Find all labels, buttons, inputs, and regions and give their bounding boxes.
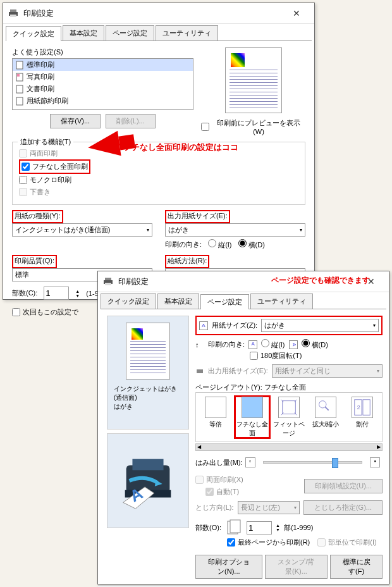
draft-checkbox	[19, 188, 27, 196]
printer-icon	[8, 8, 18, 18]
freq-label: よく使う設定(S)	[12, 47, 193, 57]
reset-button[interactable]: 標準に戻す(F)	[330, 555, 383, 579]
svg-rect-17	[197, 369, 203, 373]
copies-input[interactable]	[44, 287, 69, 300]
quality-label: 印刷品質(Q):	[15, 256, 54, 266]
svg-text:2: 2	[357, 404, 360, 411]
layout-item: 等倍	[199, 397, 233, 438]
spinner-icon[interactable]: ▲▼	[75, 289, 80, 298]
mono-checkbox[interactable]	[19, 176, 27, 184]
copies-label: 部数(C):	[12, 288, 37, 298]
region-button: 印刷領域設定(U)...	[304, 479, 383, 493]
dialog-title: 印刷設定	[23, 8, 284, 19]
callout-arrow	[86, 131, 121, 161]
tab-utility[interactable]: ユーティリティ	[156, 25, 218, 40]
rotate-checkbox[interactable]	[250, 352, 258, 360]
list-item: 標準印刷	[13, 59, 193, 71]
page-preview	[225, 47, 282, 113]
tab-page[interactable]: ページ設定	[106, 25, 154, 40]
delete-button[interactable]: 削除(L)...	[106, 114, 156, 128]
titlebar: 印刷設定 ✕	[3, 3, 314, 24]
svg-rect-0	[10, 9, 16, 12]
list-item: 文書印刷	[13, 83, 193, 95]
tab-page[interactable]: ページ設定	[200, 294, 249, 309]
media-label: 用紙の種類(Y):	[15, 211, 61, 221]
tabs: クイック設定 基本設定 ページ設定 ユーティリティ	[101, 294, 386, 309]
svg-rect-24	[230, 520, 240, 533]
orient-landscape-radio	[238, 239, 247, 247]
copies-input[interactable]	[247, 521, 272, 534]
options-button[interactable]: 印刷オプション(N)...	[195, 555, 262, 579]
addfunc-label: 追加する機能(T)	[18, 137, 73, 147]
orient-portrait-radio	[261, 339, 269, 347]
preview-media: インクジェットはがき(通信面)	[114, 385, 182, 402]
papersize-select[interactable]: はがき▾	[261, 319, 379, 332]
svg-rect-7	[16, 97, 23, 105]
layout-strip[interactable]: 等倍 フチなし全面 フィットページ 拡大/縮小 2割付	[195, 392, 383, 442]
stamp-button: スタンプ/背景(K)...	[265, 555, 328, 579]
print-dialog-page: 印刷設定 ✕ ページ設定でも確認できます クイック設定 基本設定 ページ設定 ユ…	[97, 271, 389, 584]
layout-item: フィットページ	[272, 397, 306, 438]
tab-basic[interactable]: 基本設定	[157, 294, 199, 309]
orient-label: 印刷の向き:	[208, 340, 245, 349]
unit-checkbox	[317, 538, 326, 547]
nexttime-checkbox[interactable]	[12, 308, 20, 316]
svg-rect-13	[132, 459, 163, 471]
overhang-slider[interactable]	[263, 461, 362, 464]
preview-checkbox[interactable]	[201, 123, 209, 131]
save-button[interactable]: 保存(V)...	[50, 114, 101, 128]
callout-text: フチなし全面印刷の設定はココ	[123, 142, 238, 153]
doc-icon	[15, 97, 24, 106]
borderless-checkbox[interactable]	[21, 163, 30, 171]
svg-rect-11	[105, 283, 111, 285]
print-dialog-quick: 印刷設定 ✕ クイック設定 基本設定 ページ設定 ユーティリティ よく使う設定(…	[3, 3, 315, 300]
copies-icon	[225, 519, 243, 536]
spinner-icon[interactable]: ▲▼	[276, 523, 280, 532]
freq-list[interactable]: 標準印刷 写真印刷 文書印刷 用紙節約印刷 封筒印刷	[12, 58, 193, 110]
media-select[interactable]: インクジェットはがき(通信面)▾	[12, 223, 152, 237]
svg-rect-3	[16, 61, 23, 69]
bind-label: とじ方向(L):	[195, 503, 234, 512]
svg-rect-6	[16, 85, 23, 93]
portrait-icon: A	[248, 340, 257, 349]
svg-rect-9	[105, 278, 111, 280]
outsize-label: 出力用紙サイズ(E):	[208, 366, 268, 376]
copies-label: 部数(O):	[195, 523, 221, 533]
printer-illustration: A	[114, 446, 182, 516]
overhang-label: はみ出し量(M):	[195, 458, 243, 467]
tab-quick[interactable]: クイック設定	[101, 294, 156, 309]
layout-item-borderless: フチなし全面	[235, 397, 269, 438]
envelope-icon	[15, 109, 24, 111]
overhang-max-icon: ▪	[370, 457, 380, 467]
layout-item: 2割付	[345, 397, 379, 438]
landscape-icon: A	[289, 340, 298, 349]
tabs: クイック設定 基本設定 ページ設定 ユーティリティ	[6, 25, 312, 41]
layout-item: 拡大/縮小	[309, 397, 343, 438]
list-item: 用紙節約印刷	[13, 95, 193, 107]
list-item: 写真印刷	[13, 71, 193, 83]
doc-icon	[15, 85, 24, 94]
photo-icon	[15, 73, 24, 82]
duplex-checkbox	[19, 149, 27, 158]
h-scrollbar[interactable]: ◀ ▶	[195, 443, 383, 451]
outsize-select: 用紙サイズと同じ▾	[272, 364, 383, 378]
lastpage-checkbox[interactable]	[227, 538, 235, 547]
tab-utility[interactable]: ユーティリティ	[250, 294, 313, 309]
close-button[interactable]: ✕	[284, 6, 309, 21]
duplex-checkbox	[195, 476, 204, 484]
auto-checkbox	[205, 488, 214, 496]
svg-rect-2	[10, 15, 16, 17]
orient-landscape-radio	[302, 339, 310, 347]
tab-quick[interactable]: クイック設定	[6, 26, 61, 41]
svg-rect-21	[363, 400, 370, 415]
orient-portrait-radio	[208, 239, 216, 247]
feed-label: 給紙方法(R):	[168, 256, 207, 266]
outsize-select[interactable]: はがき▾	[165, 223, 305, 237]
printer-small-icon	[195, 367, 204, 376]
layout-label: ページレイアウト(Y):	[195, 383, 262, 391]
tab-basic[interactable]: 基本設定	[63, 25, 104, 40]
overhang-min-icon: ▫	[245, 457, 255, 467]
callout-text-2: ページ設定でも確認できます	[271, 275, 370, 286]
preview-paper: はがき	[114, 402, 182, 411]
bind-select: 長辺とじ(左)▾	[238, 501, 300, 514]
